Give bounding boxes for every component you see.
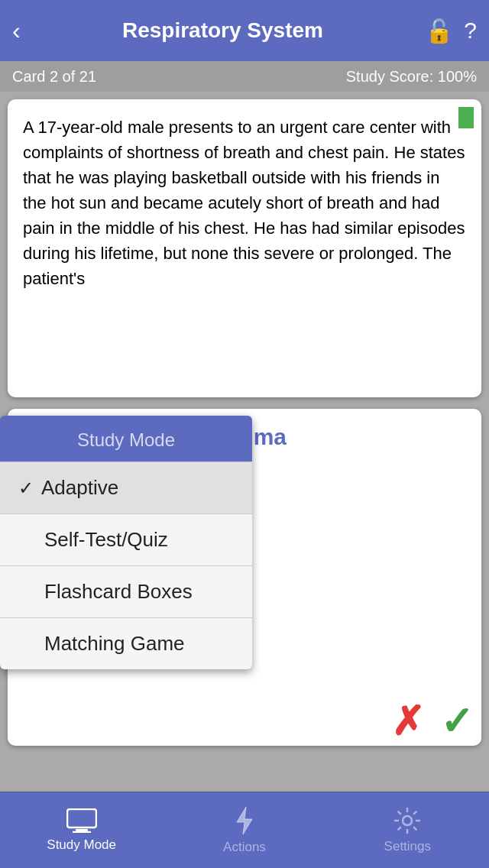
main-content: A 17-year-old male presents to an urgent… — [0, 92, 489, 792]
dropdown-item-label: Matching Game — [44, 632, 185, 656]
page-title: Respiratory System — [21, 18, 426, 43]
svg-point-4 — [403, 816, 412, 825]
svg-rect-1 — [76, 829, 88, 831]
wrong-button[interactable]: ✗ — [391, 701, 425, 741]
gear-icon — [393, 807, 421, 834]
back-button[interactable]: ‹ — [12, 17, 21, 45]
dropdown-item-adaptive[interactable]: ✓ Adaptive — [0, 462, 252, 513]
dropdown-item-matching[interactable]: Matching Game — [0, 617, 252, 669]
tab-actions-label: Actions — [223, 840, 266, 855]
correct-button[interactable]: ✓ — [440, 701, 474, 741]
svg-rect-0 — [67, 809, 96, 828]
study-mode-dropdown: Study Mode ✓ Adaptive Self-Test/Quiz Fla… — [0, 416, 252, 669]
dropdown-header: Study Mode — [0, 416, 252, 462]
action-buttons: ✗ ✓ — [391, 701, 474, 741]
tab-settings[interactable]: Settings — [326, 807, 489, 854]
study-score: Study Score: 100% — [346, 68, 477, 86]
tab-study-mode[interactable]: Study Mode — [0, 808, 163, 853]
card-count: Card 2 of 21 — [12, 68, 96, 86]
dropdown-item-label: Adaptive — [41, 476, 118, 500]
header: ‹ Respiratory System 🔓 ? — [0, 0, 489, 61]
tab-actions[interactable]: Actions — [163, 806, 325, 855]
dropdown-item-flashcard[interactable]: Flashcard Boxes — [0, 565, 252, 617]
dropdown-item-label: Self-Test/Quiz — [44, 528, 168, 552]
check-icon: ✓ — [18, 478, 34, 499]
bookmark-icon[interactable] — [458, 107, 474, 128]
header-icons: 🔓 ? — [425, 18, 477, 44]
tab-settings-label: Settings — [384, 839, 431, 854]
lightning-icon — [235, 806, 254, 835]
dropdown-item-selftest[interactable]: Self-Test/Quiz — [0, 513, 252, 565]
dropdown-item-label: Flashcard Boxes — [44, 580, 193, 604]
question-text: A 17-year-old male presents to an urgent… — [23, 115, 466, 291]
status-bar: Card 2 of 21 Study Score: 100% — [0, 61, 489, 92]
lock-icon[interactable]: 🔓 — [425, 18, 453, 44]
help-icon[interactable]: ? — [464, 18, 477, 44]
svg-marker-3 — [237, 807, 252, 834]
monitor-icon — [66, 808, 97, 833]
tab-study-mode-label: Study Mode — [47, 837, 116, 853]
tab-bar: Study Mode Actions Settings — [0, 792, 489, 868]
question-card: A 17-year-old male presents to an urgent… — [8, 99, 481, 397]
